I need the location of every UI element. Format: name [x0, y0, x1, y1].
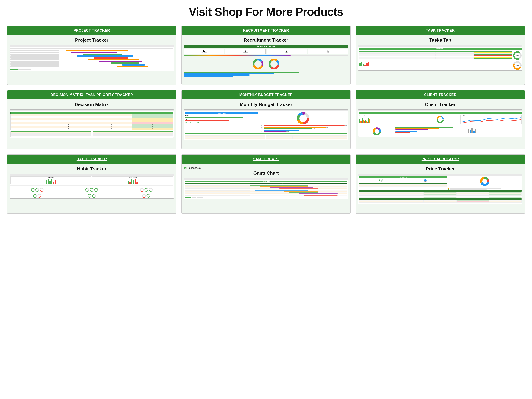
card-header-budget[interactable]: MONTHLY BUDGET TRACKER — [182, 90, 350, 99]
card-recruitment-tracker[interactable]: RECRUITMENT TRACKER Recruitment Tracker … — [181, 25, 351, 85]
svg-text:45%: 45% — [516, 65, 519, 66]
recruitment-preview: RECRUITMENT TRACKER 12 Total Applied 8 I… — [184, 45, 348, 77]
svg-point-42 — [95, 188, 98, 191]
card-body-recruitment: Recruitment Tracker RECRUITMENT TRACKER … — [182, 35, 350, 85]
decision-preview: Task Impact Effort Score 5 3 8 4 2 — [10, 109, 174, 138]
card-link-client[interactable]: CLIENT TRACKER — [424, 93, 456, 97]
card-subtitle-task: Tasks Tab — [429, 38, 451, 43]
card-body-budget: Monthly Budget Tracker JANUARY - 2023 In… — [182, 99, 350, 149]
card-link-recruitment[interactable]: RECRUITMENT TRACKER — [243, 28, 289, 32]
card-link-habit[interactable]: HABIT TRACKER — [77, 157, 107, 161]
card-price-calculator[interactable]: PRICE CALCULATOR Price Tracker PRODUCTIO… — [355, 154, 525, 214]
price-preview: PRODUCTION $24.56 Cost 2.5x Markup — [358, 174, 522, 204]
card-link-budget[interactable]: MONTHLY BUDGET TRACKER — [239, 93, 293, 97]
card-subtitle-gantt: Gantt Chart — [253, 171, 279, 176]
card-subtitle-price: Price Tracker — [426, 166, 455, 172]
madsheets-logo: madsheets — [184, 166, 201, 170]
card-body-price: Price Tracker PRODUCTION $24.56 Cost — [356, 164, 525, 213]
card-header-price[interactable]: PRICE CALCULATOR — [356, 155, 525, 164]
card-client-tracker[interactable]: CLIENT TRACKER Client Tracker OUTREACH F… — [355, 90, 525, 149]
client-preview: OUTREACH FUNNEL Outreach Summary — [358, 109, 522, 137]
card-budget-tracker[interactable]: MONTHLY BUDGET TRACKER Monthly Budget Tr… — [181, 90, 351, 149]
card-header-project[interactable]: PROJECT TRACKER — [7, 26, 176, 35]
card-subtitle-project: Project Tracker — [75, 38, 108, 43]
card-decision-matrix[interactable]: DECISION MATRIX: TASK PRIORITY TRACKER D… — [7, 90, 177, 149]
card-header-decision[interactable]: DECISION MATRIX: TASK PRIORITY TRACKER — [7, 90, 176, 99]
svg-point-50 — [33, 194, 37, 197]
card-subtitle-client: Client Tracker — [425, 102, 456, 107]
card-task-tracker[interactable]: TASK TRACKER Tasks Tab TASK TRACKER — [355, 25, 525, 85]
card-header-client[interactable]: CLIENT TRACKER — [356, 90, 525, 99]
budget-preview: JANUARY - 2023 Income Expenses 50% savin… — [184, 109, 348, 140]
card-header-habit[interactable]: HABIT TRACKER — [7, 155, 176, 164]
project-preview — [10, 45, 174, 71]
card-link-decision[interactable]: DECISION MATRIX: TASK PRIORITY TRACKER — [51, 93, 133, 97]
card-link-task[interactable]: TASK TRACKER — [426, 28, 455, 32]
card-body-decision: Decision Matrix Task Impact Effort Score… — [7, 99, 176, 149]
card-body-client: Client Tracker OUTREACH FUNNEL Outreach … — [356, 99, 525, 149]
madsheets-label: madsheets — [189, 166, 201, 169]
card-link-project[interactable]: PROJECT TRACKER — [74, 28, 110, 32]
habit-preview: Daily Tasks Weekly Tasks — [10, 174, 174, 199]
product-grid: PROJECT TRACKER Project Tracker — [7, 25, 525, 214]
card-subtitle-recruitment: Recruitment Tracker — [244, 38, 288, 43]
card-gantt-chart[interactable]: GANTT CHART madsheets Gantt Chart GANTT … — [181, 154, 351, 214]
task-preview: TASK TRACKER — [358, 45, 522, 70]
card-body-habit: Habit Tracker Daily Tasks — [7, 164, 176, 213]
page-title: Visit Shop For More Products — [7, 5, 525, 19]
card-body-gantt: madsheets Gantt Chart GANTT CHART — [182, 164, 350, 213]
svg-point-40 — [90, 188, 93, 191]
card-body-project: Project Tracker — [7, 35, 176, 85]
card-link-gantt[interactable]: GANTT CHART — [253, 157, 279, 161]
card-body-task: Tasks Tab TASK TRACKER — [356, 35, 525, 85]
card-project-tracker[interactable]: PROJECT TRACKER Project Tracker — [7, 25, 177, 85]
card-link-price[interactable]: PRICE CALCULATOR — [422, 157, 459, 161]
card-subtitle-decision: Decision Matrix — [75, 102, 109, 107]
svg-text:70%: 70% — [516, 55, 519, 57]
card-subtitle-budget: Monthly Budget Tracker — [240, 102, 292, 107]
card-header-gantt[interactable]: GANTT CHART — [182, 155, 350, 164]
toolbar-mock — [10, 45, 174, 47]
gantt-preview: GANTT CHART — [184, 178, 348, 199]
card-habit-tracker[interactable]: HABIT TRACKER Habit Tracker Daily Tasks — [7, 154, 177, 214]
card-header-recruitment[interactable]: RECRUITMENT TRACKER — [182, 26, 350, 35]
card-header-task[interactable]: TASK TRACKER — [356, 26, 525, 35]
card-subtitle-habit: Habit Tracker — [77, 166, 106, 172]
